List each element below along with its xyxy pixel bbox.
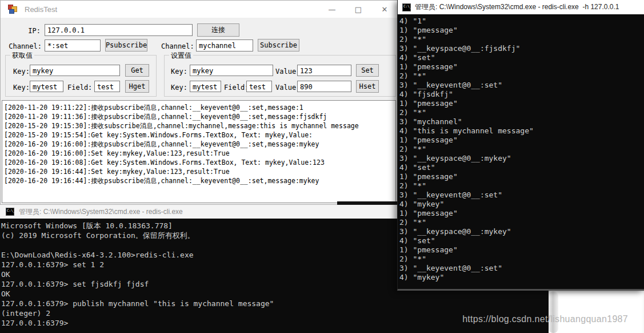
hset-key-label: Key: <box>169 84 187 92</box>
cmd-right-titlebar[interactable]: C:\_ 管理员: C:\Windows\System32\cmd.exe - … <box>398 0 644 14</box>
subscribe-button[interactable]: Subscribe <box>258 39 299 51</box>
cmd-right-title: 管理员: C:\Windows\System32\cmd.exe - redis… <box>415 2 619 12</box>
cmd-icon: C:\_ <box>6 208 14 216</box>
set-value-input[interactable]: 123 <box>297 65 351 76</box>
redistest-window: RedisTest — □ ✕ IP: 127.0.0.1 连接 Channel… <box>0 0 398 205</box>
hset-value-label: Value: <box>275 84 297 92</box>
connect-button[interactable]: 连接 <box>197 23 239 37</box>
cmd-left-title: 管理员: C:\Windows\System32\cmd.exe - redis… <box>19 207 183 217</box>
hget-button[interactable]: Hget <box>125 80 149 93</box>
hset-field-input[interactable]: test <box>246 81 272 92</box>
redistest-titlebar[interactable]: RedisTest — □ ✕ <box>1 1 397 18</box>
hset-button[interactable]: Hset <box>356 80 379 93</box>
get-groupbox: 获取值 Key: mykey Get Key: mytest Field: te… <box>5 55 157 97</box>
background-window-fragment <box>546 289 644 333</box>
channel-input[interactable]: mychannel <box>196 39 253 51</box>
hget-field-label: Field: <box>67 84 91 92</box>
get-key-input[interactable]: mykey <box>30 65 120 76</box>
set-value-label: Value: <box>275 68 297 76</box>
hset-key-input[interactable]: mytest <box>190 81 221 92</box>
set-group-title: 设置值 <box>169 51 193 61</box>
watermark-url: https://blog.csdn.net/lishuangquan1987 <box>462 314 628 324</box>
cmd-right-output: 4) "1" 1) "pmessage" 2) "*" 3) "__keyspa… <box>398 14 644 284</box>
close-button[interactable]: ✕ <box>372 1 397 18</box>
channel2-label: Channel: <box>161 42 193 50</box>
log-text: [2020-11-20 19:11:22]:接收psubscribe消息,cha… <box>2 101 395 188</box>
set-key-label: Key: <box>169 68 187 76</box>
pchannel-input[interactable]: *:set <box>45 39 101 51</box>
log-textbox[interactable]: [2020-11-20 19:11:22]:接收psubscribe消息,cha… <box>2 100 396 203</box>
window-title: RedisTest <box>25 5 57 14</box>
app-icon <box>8 5 17 14</box>
get-button[interactable]: Get <box>125 64 149 77</box>
desktop: C:\_ 管理员: C:\Windows\System32\cmd.exe - … <box>0 0 644 333</box>
window-edge-fragment <box>337 201 398 205</box>
maximize-button[interactable]: □ <box>346 1 371 18</box>
hget-key-input[interactable]: mytest <box>30 81 63 92</box>
hset-field-label: Field: <box>224 84 248 92</box>
ip-input[interactable]: 127.0.0.1 <box>45 24 193 36</box>
set-groupbox: 设置值 Key: mykey Value: 123 Set Key: mytes… <box>164 55 396 97</box>
hget-key-label: Key: <box>13 84 30 92</box>
get-key-label: Key: <box>13 68 30 76</box>
ip-label: IP: <box>9 27 41 35</box>
set-key-input[interactable]: mykey <box>190 65 273 76</box>
hget-field-input[interactable]: test <box>94 81 120 92</box>
minimize-button[interactable]: — <box>319 1 345 18</box>
get-group-title: 获取值 <box>10 51 34 61</box>
psubscribe-button[interactable]: Psubscribe <box>105 39 147 51</box>
set-button[interactable]: Set <box>356 64 379 77</box>
cmd-icon: C:\_ <box>402 3 411 11</box>
hset-value-input[interactable]: 890 <box>297 81 351 92</box>
channel1-label: Channel: <box>9 42 42 50</box>
scrollbar[interactable] <box>549 291 558 333</box>
cmd-window-redis-cli-subscriber[interactable]: C:\_ 管理员: C:\Windows\System32\cmd.exe - … <box>397 0 644 291</box>
